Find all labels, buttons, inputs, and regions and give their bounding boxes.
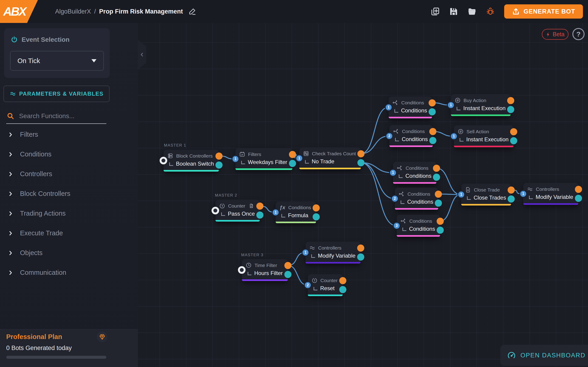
tree-corner [460, 138, 464, 142]
output-port-orange[interactable] [284, 262, 292, 269]
node-counter-pass[interactable]: Counter Pass Once [216, 200, 260, 222]
node-close-trade[interactable]: Close Trade Close Trades 1 [461, 184, 511, 206]
input-port-ring[interactable] [238, 266, 246, 274]
node-editor-canvas[interactable]: Beta ? OPEN DASHBOARD MASTER 1MASTER 2MA… [138, 23, 588, 367]
node-cond-m1[interactable]: Conditions Conditions 1 [393, 162, 436, 184]
input-port-ring[interactable] [160, 157, 167, 165]
node-check-trades[interactable]: Check Trades Count No Trade 1 [299, 147, 361, 169]
input-port-badge[interactable]: 1 [450, 132, 458, 140]
sidebar-item-label: Execute Trade [20, 229, 63, 237]
output-port-orange[interactable] [289, 151, 296, 158]
output-port-teal[interactable] [284, 271, 292, 278]
lightning-icon [546, 32, 551, 37]
input-port-badge[interactable]: 1 [457, 191, 465, 198]
node-label: Weekdays Filter [248, 159, 287, 165]
help-button[interactable]: ? [572, 28, 585, 40]
output-port-teal[interactable] [575, 195, 582, 202]
sidebar-item-objects[interactable]: Objects [8, 249, 43, 257]
sidebar-item-label: Trading Actions [20, 210, 66, 217]
save-icon[interactable] [449, 7, 458, 16]
app-logo[interactable]: ABX [0, 0, 39, 23]
waves-icon [309, 245, 315, 251]
sidebar-item-controllers[interactable]: Controllers [8, 170, 52, 178]
edge-check-trades-to-cond-t1[interactable] [361, 107, 388, 154]
master-label: MASTER 1 [164, 143, 186, 148]
debug-icon[interactable] [486, 7, 495, 16]
open-dashboard-button[interactable]: OPEN DASHBOARD [500, 345, 588, 366]
generate-bot-button[interactable]: GENERATE BOT [504, 4, 583, 19]
sidebar-item-filters[interactable]: Filters [8, 131, 38, 138]
node-counter-reset[interactable]: Counter Reset 2 [308, 274, 343, 296]
abacus-icon [303, 150, 309, 157]
node-cond-formula[interactable]: ƒxConditions Formula 1 [276, 201, 316, 223]
input-port-ring[interactable] [212, 207, 219, 215]
node-cond-m2[interactable]: Conditions Conditions 2 [395, 188, 438, 210]
note-icon[interactable] [249, 203, 254, 208]
sidebar-item-execute-trade[interactable]: Execute Trade [8, 229, 63, 237]
project-title: Prop Firm Risk Management [99, 8, 183, 15]
parameters-variables-button[interactable]: PARAMETERS & VARIABLES [3, 85, 110, 102]
new-bot-icon[interactable] [431, 7, 440, 16]
node-cond-m3[interactable]: Conditions Conditions 3 [397, 215, 440, 237]
input-port-badge[interactable]: 1 [389, 169, 397, 177]
output-port-orange[interactable] [339, 277, 346, 284]
output-port-orange[interactable] [507, 97, 514, 104]
node-label: Conditions [402, 136, 428, 142]
input-port-badge[interactable]: 1 [295, 154, 303, 162]
master-label: MASTER 3 [241, 253, 263, 257]
plan-name: Professional Plan [6, 333, 62, 341]
tree-corner [457, 107, 460, 110]
fx-icon: ƒx [279, 205, 285, 211]
node-time-filter[interactable]: Time Filter Hours Filter [242, 259, 288, 281]
input-port-badge[interactable]: 1 [232, 155, 239, 163]
node-cond-t2[interactable]: Conditions Conditions 2 [389, 125, 433, 147]
output-port-orange[interactable] [575, 186, 582, 193]
search-input[interactable] [6, 110, 106, 124]
node-controllers-m3[interactable]: Controllers Modify Variable 1 [305, 242, 361, 264]
sidebar-item-block-controllers[interactable]: Block Controllers [8, 190, 70, 198]
node-category: Counter [320, 278, 338, 283]
event-selection-panel: Event Selection On Tick [4, 28, 110, 78]
input-port-badge[interactable]: 1 [519, 190, 527, 198]
sidebar-item-conditions[interactable]: Conditions [8, 150, 52, 158]
node-block-controllers[interactable]: Block Controllers Boolean Switch [164, 150, 219, 172]
node-category: Buy Action [464, 98, 486, 103]
output-port-teal[interactable] [507, 106, 514, 113]
open-folder-icon[interactable] [467, 7, 477, 16]
upgrade-gem-button[interactable] [97, 332, 107, 342]
output-port-orange[interactable] [357, 244, 364, 252]
input-port-badge[interactable]: 3 [393, 222, 401, 230]
sidebar-item-trading-actions[interactable]: Trading Actions [8, 210, 66, 217]
input-port-badge[interactable]: 2 [391, 195, 399, 202]
node-label: Formula [288, 212, 308, 219]
input-port-badge[interactable]: 1 [447, 101, 455, 109]
edge-cond-m1-to-close-trade[interactable] [436, 168, 461, 194]
node-controllers-r[interactable]: Controllers Modify Variable 1 [523, 183, 578, 205]
node-filters[interactable]: Filters Weekdays Filter 1 [235, 148, 292, 170]
rename-pencil-icon[interactable] [188, 8, 196, 15]
input-port-badge[interactable]: 2 [385, 132, 393, 140]
output-port-teal[interactable] [357, 253, 364, 261]
edge-check-trades-to-cond-t2[interactable] [361, 136, 389, 154]
input-port-badge[interactable]: 2 [304, 281, 312, 289]
input-port-badge[interactable]: 1 [272, 209, 279, 216]
output-port-teal[interactable] [339, 286, 346, 293]
chevron-right-icon [8, 151, 14, 157]
edge-cond-m3-to-close-trade[interactable] [440, 194, 461, 221]
tree-corner [305, 160, 309, 164]
output-port-teal[interactable] [289, 160, 296, 167]
top-bar: ABX AlgoBuilderX / Prop Firm Risk Manage… [0, 0, 588, 23]
node-sell[interactable]: Sell Action Instant Execution 1 [454, 125, 514, 147]
sidebar-item-communication[interactable]: Communication [8, 269, 66, 276]
tree-corner [241, 161, 245, 164]
node-cond-t1[interactable]: Conditions Conditions 1 [389, 96, 432, 118]
tree-corner [467, 196, 471, 200]
output-port-teal[interactable] [510, 137, 517, 144]
chevron-down-icon [91, 59, 96, 62]
node-label: Close Trades [474, 194, 506, 201]
input-port-badge[interactable]: 1 [302, 249, 309, 257]
event-selection-dropdown[interactable]: On Tick [10, 51, 104, 71]
node-buy[interactable]: Buy Action Instant Execution 1 [451, 94, 510, 116]
output-port-orange[interactable] [510, 128, 517, 135]
input-port-badge[interactable]: 1 [385, 103, 393, 111]
